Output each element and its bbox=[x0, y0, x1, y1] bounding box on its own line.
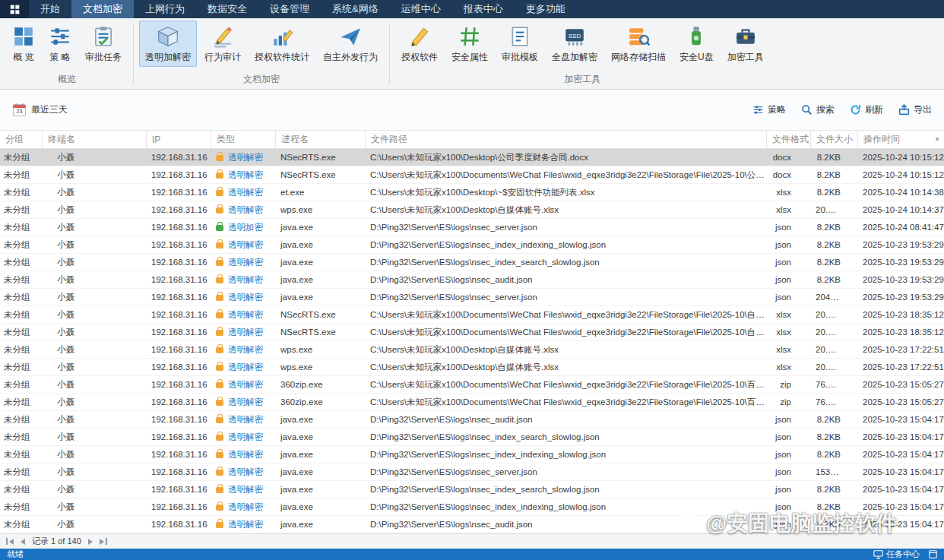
table-row[interactable]: 未分组小聂192.168.31.16透明解密360zip.exeC:\Users… bbox=[0, 394, 944, 411]
ribbon-group: 透明加解密行为审计授权软件统计自主外发行为文档加密 bbox=[136, 18, 387, 89]
ribbon-button[interactable]: 网络存储扫描 bbox=[605, 21, 672, 67]
record-count-label: 记录 1 of 140 bbox=[32, 536, 81, 547]
table-row[interactable]: 未分组小聂192.168.31.16透明解密NSecRTS.exeC:\User… bbox=[0, 306, 944, 324]
column-header[interactable]: IP bbox=[146, 131, 211, 148]
last-page-button[interactable] bbox=[100, 538, 107, 545]
ribbon-button[interactable]: 行为审计 bbox=[198, 21, 247, 67]
cell-group: 未分组 bbox=[0, 169, 42, 181]
cell-ip: 192.168.31.16 bbox=[146, 205, 211, 214]
ribbon-button[interactable]: 审批任务 bbox=[79, 21, 128, 67]
column-header[interactable]: 进程名 bbox=[275, 131, 365, 148]
table-row[interactable]: 未分组小聂192.168.31.16透明解密java.exeD:\Ping32\… bbox=[0, 464, 944, 481]
table-row[interactable]: 未分组小聂192.168.31.16透明解密wps.exeC:\Users\未知… bbox=[0, 359, 944, 376]
cell-ip: 192.168.31.16 bbox=[146, 380, 211, 389]
task-center-button[interactable]: 任务中心 bbox=[873, 549, 920, 560]
table-row[interactable]: 未分组小聂192.168.31.16透明解密wps.exeC:\Users\未知… bbox=[0, 201, 944, 219]
ribbon-button[interactable]: 透明加解密 bbox=[139, 21, 197, 67]
menu-tab[interactable]: 系统&网络 bbox=[321, 0, 390, 18]
table-row[interactable]: 未分组小聂192.168.31.16透明解密et.exeC:\Users\未知玩… bbox=[0, 184, 944, 201]
app-menu-button[interactable] bbox=[0, 0, 29, 18]
cell-group: 未分组 bbox=[0, 449, 42, 460]
table-row[interactable]: 未分组小聂192.168.31.16透明解密NSecRTS.exeC:\User… bbox=[0, 166, 944, 184]
ribbon-button[interactable]: 授权软件 bbox=[395, 21, 444, 67]
column-header[interactable]: 操作时间▼ bbox=[857, 131, 944, 148]
table-row[interactable]: 未分组小聂192.168.31.16透明解密java.exeD:\Ping32\… bbox=[0, 236, 944, 254]
ribbon-button[interactable]: 策 略 bbox=[43, 21, 78, 67]
cell-ip: 192.168.31.16 bbox=[146, 170, 211, 179]
table-row[interactable]: 未分组小聂192.168.31.16透明解密360zip.exeC:\Users… bbox=[0, 376, 944, 394]
column-header[interactable]: 文件大小 bbox=[810, 131, 857, 148]
ribbon-button[interactable]: 加密工具 bbox=[721, 21, 770, 67]
cell-size: 76.7KB bbox=[810, 397, 857, 407]
cell-size: 8.2KB bbox=[810, 450, 857, 459]
menu-tab[interactable]: 更多功能 bbox=[515, 0, 577, 18]
cell-time: 2025-10-23 17:22:51 bbox=[857, 362, 944, 372]
search-action-button[interactable]: 搜索 bbox=[801, 103, 835, 116]
cell-format: json bbox=[766, 432, 810, 441]
ribbon-button[interactable]: SSD全盘加解密 bbox=[546, 21, 603, 67]
column-filter-arrow-icon[interactable]: ▼ bbox=[934, 136, 940, 143]
menu-tab[interactable]: 开始 bbox=[29, 0, 71, 18]
cell-group: 未分组 bbox=[0, 239, 42, 251]
svg-text:SSD: SSD bbox=[569, 33, 581, 40]
menu-tab[interactable]: 文档加密 bbox=[71, 0, 134, 18]
ribbon-button[interactable]: 概 览 bbox=[6, 21, 41, 67]
cell-process: wps.exe bbox=[275, 205, 365, 214]
menu-tab[interactable]: 报表中心 bbox=[452, 0, 515, 18]
menu-tab[interactable]: 设备管理 bbox=[258, 0, 321, 18]
table-row[interactable]: 未分组小聂192.168.31.16透明解密NSecRTS.exeC:\User… bbox=[0, 149, 944, 166]
column-header[interactable]: 终端名 bbox=[42, 131, 146, 148]
ribbon-button-label: 网络存储扫描 bbox=[611, 51, 666, 64]
export-action-button[interactable]: 导出 bbox=[898, 103, 932, 116]
refresh-action-button[interactable]: 刷新 bbox=[850, 103, 883, 116]
table-row[interactable]: 未分组小聂192.168.31.16透明解密NSecRTS.exeC:\User… bbox=[0, 324, 944, 341]
ribbon-button[interactable]: 审批模板 bbox=[496, 21, 544, 67]
cell-ip: 192.168.31.16 bbox=[146, 258, 211, 267]
cell-format: json bbox=[766, 450, 810, 459]
ribbon-button[interactable]: 授权软件统计 bbox=[249, 21, 315, 67]
cell-path: D:\Ping32\Server\ES\logs\nsec_server.jso… bbox=[365, 293, 766, 302]
date-filter-button[interactable]: 23 最近三天 bbox=[12, 103, 68, 117]
menu-tab[interactable]: 上网行为 bbox=[134, 0, 196, 18]
column-header[interactable]: 文件格式 bbox=[766, 131, 810, 148]
table-row[interactable]: 未分组小聂192.168.31.16透明解密java.exeD:\Ping32\… bbox=[0, 516, 944, 533]
next-page-button[interactable] bbox=[88, 539, 93, 545]
cell-terminal: 小聂 bbox=[42, 152, 146, 163]
table-row[interactable]: 未分组小聂192.168.31.16透明解密java.exeD:\Ping32\… bbox=[0, 411, 944, 429]
column-header[interactable]: 类型 bbox=[211, 131, 275, 148]
table-row[interactable]: 未分组小聂192.168.31.16透明解密java.exeD:\Ping32\… bbox=[0, 271, 944, 289]
table-row[interactable]: 未分组小聂192.168.31.16透明解密java.exeD:\Ping32\… bbox=[0, 254, 944, 271]
cell-group: 未分组 bbox=[0, 362, 42, 373]
cell-format: json bbox=[766, 485, 810, 494]
cell-group: 未分组 bbox=[0, 257, 42, 268]
menu-tab[interactable]: 运维中心 bbox=[390, 0, 452, 18]
column-header[interactable]: 分组 bbox=[0, 131, 42, 148]
column-header[interactable]: 文件路径 bbox=[365, 131, 766, 148]
cell-format: json bbox=[766, 467, 810, 476]
table-row[interactable]: 未分组小聂192.168.31.16透明解密java.exeD:\Ping32\… bbox=[0, 498, 944, 516]
type-label: 透明解密 bbox=[228, 204, 263, 216]
cell-size: 8.2KB bbox=[810, 258, 857, 267]
first-page-button[interactable] bbox=[6, 538, 14, 545]
table-row[interactable]: 未分组小聂192.168.31.16透明解密java.exeD:\Ping32\… bbox=[0, 446, 944, 464]
cell-terminal: 小聂 bbox=[42, 501, 146, 513]
cell-terminal: 小聂 bbox=[42, 449, 146, 460]
self-send-icon bbox=[339, 25, 362, 48]
ribbon-button[interactable]: 安全U盘 bbox=[673, 21, 720, 67]
cell-path: C:\Users\未知玩家x100\Desktop\公司季度财务合同.docx bbox=[365, 152, 766, 163]
table-row[interactable]: 未分组小聂192.168.31.16透明解密wps.exeC:\Users\未知… bbox=[0, 341, 944, 359]
table-row[interactable]: 未分组小聂192.168.31.16透明加密java.exeD:\Ping32\… bbox=[0, 219, 944, 236]
window-icon[interactable] bbox=[929, 550, 937, 558]
ribbon-button[interactable]: 自主外发行为 bbox=[317, 21, 384, 67]
prev-page-button[interactable] bbox=[21, 539, 25, 545]
ribbon-button[interactable]: 安全属性 bbox=[445, 21, 494, 67]
cell-time: 2025-10-23 15:05:27 bbox=[857, 397, 944, 407]
cell-format: xlsx bbox=[766, 205, 810, 214]
menu-tab[interactable]: 数据安全 bbox=[196, 0, 258, 18]
table-row[interactable]: 未分组小聂192.168.31.16透明解密java.exeD:\Ping32\… bbox=[0, 289, 944, 306]
table-row[interactable]: 未分组小聂192.168.31.16透明解密java.exeD:\Ping32\… bbox=[0, 429, 944, 446]
cell-process: java.exe bbox=[275, 275, 365, 284]
table-row[interactable]: 未分组小聂192.168.31.16透明解密java.exeD:\Ping32\… bbox=[0, 481, 944, 498]
policy-action-button[interactable]: 策略 bbox=[752, 103, 786, 116]
cell-type: 透明加密 bbox=[211, 222, 275, 233]
